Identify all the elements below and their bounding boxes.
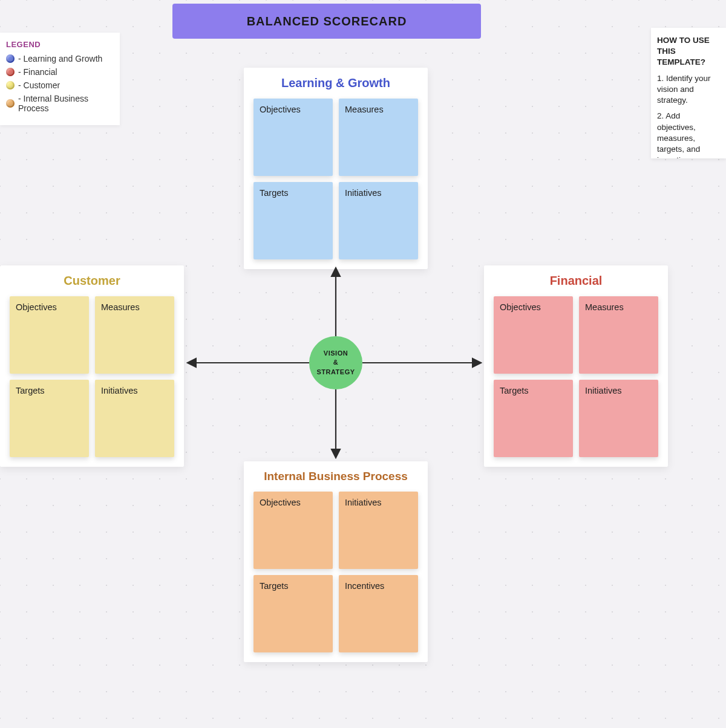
card-targets[interactable]: Targets (253, 182, 333, 259)
legend-label: - Internal Business Process (18, 94, 114, 113)
card-measures[interactable]: Measures (339, 99, 418, 176)
legend-dot-learning (6, 54, 15, 63)
vision-strategy-node[interactable]: VISION & STRATEGY (309, 336, 362, 389)
legend-item: - Financial (6, 67, 114, 77)
card-initiatives[interactable]: Initiatives (95, 380, 174, 457)
panel-title: Financial (484, 265, 668, 291)
legend-label: - Financial (18, 67, 57, 77)
card-incentives[interactable]: Incentives (339, 575, 418, 652)
panel-internal-business-process[interactable]: Internal Business Process Objectives Ini… (244, 461, 428, 662)
card-measures[interactable]: Measures (95, 296, 174, 374)
panel-learning-growth[interactable]: Learning & Growth Objectives Measures Ta… (244, 68, 428, 269)
legend-dot-customer (6, 81, 15, 89)
card-initiatives[interactable]: Initiatives (339, 492, 418, 569)
card-targets[interactable]: Targets (494, 380, 573, 457)
card-objectives[interactable]: Objectives (253, 99, 333, 176)
card-objectives[interactable]: Objectives (494, 296, 573, 374)
title-banner[interactable]: BALANCED SCORECARD (172, 4, 481, 39)
legend-dot-internal (6, 99, 15, 108)
howto-step: 1. Identify your vision and strategy. (657, 73, 720, 106)
card-initiatives[interactable]: Initiatives (579, 380, 658, 457)
legend-label: - Customer (18, 80, 60, 90)
legend-item: - Learning and Growth (6, 54, 114, 63)
legend-box[interactable]: LEGEND - Learning and Growth - Financial… (0, 33, 120, 125)
panel-financial[interactable]: Financial Objectives Measures Targets In… (484, 265, 668, 467)
card-targets[interactable]: Targets (10, 380, 89, 457)
card-objectives[interactable]: Objectives (253, 492, 333, 569)
card-objectives[interactable]: Objectives (10, 296, 89, 374)
panel-customer[interactable]: Customer Objectives Measures Targets Ini… (0, 265, 184, 467)
legend-title: LEGEND (6, 40, 114, 49)
card-measures[interactable]: Measures (579, 296, 658, 374)
title-text: BALANCED SCORECARD (247, 15, 407, 28)
legend-label: - Learning and Growth (18, 54, 102, 63)
howto-title: HOW TO USE THIS TEMPLATE? (657, 35, 720, 68)
legend-item: - Internal Business Process (6, 94, 114, 113)
legend-dot-financial (6, 68, 15, 76)
panel-title: Internal Business Process (244, 461, 428, 487)
panel-title: Customer (0, 265, 184, 291)
howto-box[interactable]: HOW TO USE THIS TEMPLATE? 1. Identify yo… (651, 28, 726, 158)
vision-strategy-label: VISION & STRATEGY (316, 349, 355, 377)
legend-item: - Customer (6, 80, 114, 90)
card-targets[interactable]: Targets (253, 575, 333, 652)
card-initiatives[interactable]: Initiatives (339, 182, 418, 259)
howto-step: 2. Add objectives, measures, targets, an… (657, 111, 720, 158)
panel-title: Learning & Growth (244, 68, 428, 94)
